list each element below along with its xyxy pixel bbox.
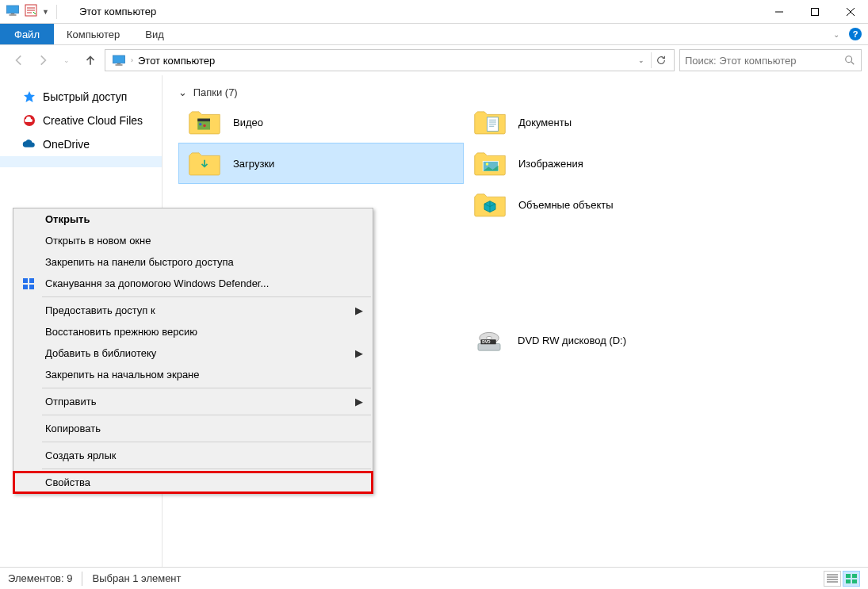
window-title: Этот компьютер (79, 6, 156, 17)
qat-dropdown-icon[interactable]: ▼ (42, 8, 49, 16)
svg-rect-2 (10, 14, 17, 16)
ctx-separator (42, 415, 371, 415)
ribbon-tab-computer[interactable]: Компьютер (54, 24, 132, 44)
ribbon-tab-view[interactable]: Вид (132, 24, 177, 44)
folders-header-label: Папки (7) (193, 86, 238, 98)
quick-access-toolbar: ▼ (0, 4, 65, 19)
svg-rect-5 (113, 55, 125, 63)
device-label: DVD RW дисковод (D:) (518, 335, 626, 346)
svg-rect-28 (846, 579, 851, 583)
folder-icon (471, 189, 509, 220)
ctx-restore-previous[interactable]: Восстановить прежнюю версию (13, 321, 373, 342)
svg-point-12 (199, 123, 202, 126)
back-button[interactable] (10, 51, 29, 70)
up-button[interactable] (81, 51, 100, 70)
svg-rect-19 (478, 343, 500, 350)
creative-cloud-icon (22, 113, 36, 128)
svg-text:DVD: DVD (482, 340, 491, 344)
search-input[interactable] (685, 55, 843, 67)
ctx-copy[interactable]: Копировать (13, 418, 373, 439)
sidebar-item-quick-access[interactable]: Быстрый доступ (0, 85, 162, 109)
ctx-separator (42, 388, 371, 388)
sidebar-item-label: OneDrive (43, 138, 90, 151)
ctx-open[interactable]: Открыть (13, 208, 373, 230)
ctx-add-library[interactable]: Добавить в библиотеку▶ (13, 342, 373, 364)
svg-rect-7 (116, 64, 123, 66)
qat-properties-icon[interactable] (25, 4, 37, 19)
sidebar-item-label: Creative Cloud Files (43, 114, 143, 127)
folder-label: Загрузки (233, 158, 274, 170)
status-separator (82, 572, 82, 586)
folder-videos[interactable]: Видео (178, 101, 464, 143)
defender-icon (21, 277, 36, 291)
submenu-arrow-icon: ▶ (355, 304, 363, 316)
forward-button[interactable] (33, 51, 52, 70)
folder-downloads[interactable]: Загрузки (178, 143, 464, 184)
refresh-button[interactable] (652, 55, 671, 66)
address-history-button[interactable]: ⌄ (632, 56, 651, 64)
search-icon[interactable] (843, 55, 856, 66)
ctx-pin-quick-access[interactable]: Закрепить на панели быстрого доступа (13, 251, 373, 273)
sidebar-item-onedrive[interactable]: OneDrive (0, 132, 162, 156)
svg-rect-0 (7, 6, 19, 13)
folder-label: Объемные объекты (518, 199, 614, 211)
ctx-open-new-window[interactable]: Открыть в новом окне (13, 230, 373, 251)
maximize-button[interactable] (797, 0, 832, 23)
svg-rect-11 (197, 119, 210, 122)
context-menu: Открыть Открыть в новом окне Закрепить н… (13, 208, 373, 494)
chevron-right-icon[interactable]: › (131, 56, 133, 64)
svg-rect-25 (29, 285, 34, 289)
search-box[interactable] (679, 49, 862, 71)
ctx-separator (42, 469, 371, 469)
folder-icon (185, 107, 224, 137)
ribbon-expand-icon[interactable]: ⌄ (833, 30, 839, 39)
help-icon[interactable]: ? (849, 28, 862, 40)
view-details-button[interactable] (824, 571, 841, 587)
chevron-down-icon: ⌄ (178, 86, 187, 98)
sidebar-item-label: Быстрый доступ (43, 90, 127, 103)
folder-pictures[interactable]: Изображения (464, 143, 749, 184)
titlebar: ▼ Этот компьютер (0, 0, 868, 24)
ctx-properties[interactable]: Свойства (13, 472, 373, 493)
folder-icon (185, 148, 224, 178)
device-dvd[interactable]: DVD DVD RW дисковод (D:) (464, 320, 749, 360)
folder-3d-objects[interactable]: Объемные объекты (464, 184, 749, 225)
svg-rect-24 (23, 285, 28, 289)
svg-rect-29 (852, 579, 857, 583)
svg-rect-6 (117, 63, 121, 65)
folder-icon (471, 148, 509, 178)
recent-locations-button[interactable]: ⌄ (57, 51, 76, 70)
svg-point-16 (486, 163, 489, 166)
folder-documents[interactable]: Документы (464, 101, 749, 143)
sidebar-item-creative-cloud[interactable]: Creative Cloud Files (0, 109, 162, 132)
close-button[interactable] (832, 0, 868, 23)
address-bar[interactable]: › Этот компьютер ⌄ (105, 49, 675, 71)
ctx-create-shortcut[interactable]: Создать ярлык (13, 445, 373, 466)
ctx-pin-start[interactable]: Закрепить на начальном экране (13, 364, 373, 385)
star-icon (22, 90, 36, 104)
sidebar-item-this-pc[interactable] (0, 156, 162, 167)
file-tab[interactable]: Файл (0, 24, 54, 44)
svg-point-18 (487, 336, 492, 339)
folder-label: Документы (518, 117, 572, 128)
folders-group-header[interactable]: ⌄ Папки (7) (178, 83, 868, 101)
qat-separator (56, 5, 57, 19)
status-selection: Выбран 1 элемент (92, 572, 181, 584)
svg-rect-4 (811, 8, 818, 15)
folder-label: Видео (233, 117, 263, 128)
ctx-grant-access[interactable]: Предоставить доступ к▶ (13, 300, 373, 321)
submenu-arrow-icon: ▶ (355, 347, 363, 359)
ctx-separator (42, 296, 371, 297)
dvd-drive-icon: DVD (470, 325, 508, 355)
ctx-windows-defender[interactable]: Сканування за допомогою Windows Defender… (13, 273, 373, 294)
svg-rect-26 (846, 574, 851, 578)
ctx-send-to[interactable]: Отправить▶ (13, 391, 373, 412)
ribbon-tabs: Файл Компьютер Вид ⌄ ? (0, 24, 868, 45)
app-icon (6, 4, 20, 19)
breadcrumb-this-pc[interactable]: Этот компьютер (138, 55, 215, 67)
svg-rect-23 (29, 278, 34, 283)
view-large-icons-button[interactable] (843, 571, 860, 587)
submenu-arrow-icon: ▶ (355, 396, 363, 407)
this-pc-icon (112, 54, 126, 67)
minimize-button[interactable] (761, 0, 797, 23)
